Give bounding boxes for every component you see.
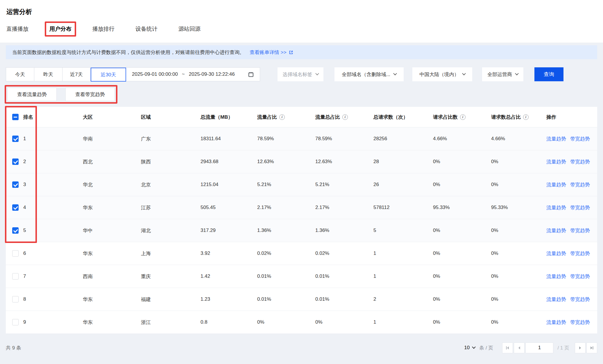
first-page-icon (505, 346, 510, 350)
page-size-unit: 条 / 页 (479, 345, 493, 351)
area-cell: 江苏 (141, 204, 201, 211)
traffic-trend-link[interactable]: 流量趋势 (546, 228, 566, 233)
info-icon[interactable]: i (342, 114, 348, 120)
row-checkbox[interactable] (12, 181, 19, 188)
select-all-checkbox[interactable] (12, 114, 19, 120)
prev-page-button[interactable] (514, 343, 525, 353)
bandwidth-trend-link[interactable]: 带宽趋势 (570, 182, 590, 188)
traffic-trend-link[interactable]: 流量趋势 (546, 159, 566, 165)
date-range-display[interactable]: 2025-09-01 00:00:00 ~ 2025-09-30 12:22:4… (126, 68, 260, 81)
row-checkbox[interactable] (12, 158, 19, 165)
region-cell: 西北 (83, 158, 141, 165)
req-pct-cell: 0% (433, 273, 491, 279)
bandwidth-trend-link[interactable]: 带宽趋势 (570, 297, 590, 302)
rank-value: 9 (23, 319, 26, 325)
domain-tag-select[interactable]: 选择域名标签 (278, 67, 323, 81)
column-label: 请求数总占比 (491, 114, 521, 120)
trend-buttons-group: 查看流量趋势 查看带宽趋势 (7, 88, 115, 101)
tab-live-playback[interactable]: 直播播放 (6, 25, 28, 33)
req-total-pct-cell: 0% (491, 182, 546, 188)
quick-range-button-1[interactable]: 今天 (6, 68, 34, 81)
domain-tag-placeholder: 选择域名标签 (283, 71, 312, 78)
tab-user-distribution[interactable]: 用户分布 (49, 25, 71, 33)
bandwidth-trend-link[interactable]: 带宽趋势 (570, 251, 590, 256)
date-separator: ~ (182, 71, 185, 77)
bandwidth-trend-link[interactable]: 带宽趋势 (570, 136, 590, 142)
date-end: 2025-09-30 12:22:46 (189, 71, 235, 77)
req-pct-cell: 0% (433, 159, 491, 165)
view-traffic-trend-button[interactable]: 查看流量趋势 (7, 88, 57, 101)
row-checkbox[interactable] (12, 204, 19, 211)
operations-cell: 流量趋势带宽趋势 (546, 296, 597, 303)
traffic-pct-cell: 12.63% (257, 159, 315, 165)
requests-cell: 28 (373, 159, 433, 165)
column-label: 总请求数（次） (373, 114, 408, 120)
traffic-trend-link[interactable]: 流量趋势 (546, 274, 566, 279)
row-checkbox[interactable] (12, 250, 19, 257)
quick-range-button-4[interactable]: 近30天 (91, 68, 126, 82)
current-page-input[interactable]: 1 (525, 343, 553, 353)
row-checkbox[interactable] (12, 273, 19, 280)
calendar-icon[interactable] (248, 71, 254, 78)
area-cell: 陕西 (141, 158, 201, 165)
area-cell: 重庆 (141, 273, 201, 280)
next-page-button[interactable] (575, 343, 586, 353)
traffic-trend-link[interactable]: 流量趋势 (546, 136, 566, 142)
column-label: 流量占比 (257, 114, 277, 120)
query-button[interactable]: 查询 (534, 67, 563, 81)
req-total-pct-cell: 0% (491, 251, 546, 256)
bandwidth-trend-link[interactable]: 带宽趋势 (570, 228, 590, 233)
traffic-trend-link[interactable]: 流量趋势 (546, 205, 566, 210)
req-pct-cell: 0% (433, 182, 491, 188)
tab-device-stats[interactable]: 设备统计 (135, 25, 158, 33)
req-total-pct-cell: 95.33% (491, 205, 546, 210)
row-checkbox[interactable] (12, 136, 19, 142)
table-row: 1华南广东18311.6478.59%78.59%282564.66%4.66%… (6, 127, 597, 150)
table-row: 3华北北京1215.045.21%5.21%260%0%流量趋势带宽趋势 (6, 173, 597, 196)
tab-origin-pull[interactable]: 源站回源 (178, 25, 201, 33)
row-checkbox[interactable] (12, 227, 19, 234)
bandwidth-trend-link[interactable]: 带宽趋势 (570, 205, 590, 210)
traffic-cell: 1.42 (201, 273, 257, 279)
area-select[interactable]: 中国大陆（境内） (412, 67, 472, 81)
last-page-button[interactable] (586, 343, 597, 353)
column-header-6: 流量总占比i (315, 114, 373, 120)
traffic-trend-link[interactable]: 流量趋势 (546, 320, 566, 325)
tab-playback-ranking[interactable]: 播放排行 (92, 25, 114, 33)
billing-details-link[interactable]: 查看账单详情 >> (250, 49, 294, 56)
filter-toolbar: 今天昨天近7天近30天 2025-09-01 00:00:00 ~ 2025-0… (6, 67, 597, 81)
isp-select[interactable]: 全部运营商 (482, 67, 523, 81)
bandwidth-trend-link[interactable]: 带宽趋势 (570, 320, 590, 325)
domain-select[interactable]: 全部域名（含删除域... (334, 67, 404, 81)
req-pct-cell: 95.33% (433, 205, 491, 210)
traffic-pct-cell: 78.59% (257, 136, 315, 142)
page-size-select[interactable]: 10 条 / 页 (464, 345, 493, 351)
quick-range-button-2[interactable]: 昨天 (34, 68, 62, 81)
rank-value: 3 (23, 182, 26, 188)
chevron-down-icon (472, 345, 476, 349)
chevron-down-icon (462, 71, 466, 75)
bandwidth-trend-link[interactable]: 带宽趋势 (570, 274, 590, 279)
first-page-button[interactable] (502, 343, 513, 353)
prev-page-icon (517, 346, 521, 350)
info-icon[interactable]: i (523, 114, 529, 120)
bandwidth-trend-link[interactable]: 带宽趋势 (570, 159, 590, 165)
traffic-pct-cell: 2.17% (257, 205, 315, 210)
rank-value: 6 (23, 251, 26, 256)
select-group: 选择域名标签 全部域名（含删除域... 中国大陆（境内） 全部运营商 查询 (278, 67, 563, 81)
traffic-cell: 317.29 (201, 228, 257, 233)
region-cell: 华南 (83, 136, 141, 142)
traffic-trend-link[interactable]: 流量趋势 (546, 251, 566, 256)
view-bandwidth-trend-button[interactable]: 查看带宽趋势 (65, 88, 115, 101)
region-cell: 华东 (83, 296, 141, 303)
quick-range-button-3[interactable]: 近7天 (62, 68, 91, 81)
region-cell: 西南 (83, 273, 141, 280)
traffic-trend-link[interactable]: 流量趋势 (546, 297, 566, 302)
pagination-bar: 共 9 条 10 条 / 页 1 / 1 页 (6, 334, 597, 362)
rank-value: 4 (23, 205, 26, 210)
row-checkbox[interactable] (12, 319, 19, 325)
row-checkbox[interactable] (12, 296, 19, 302)
info-icon[interactable]: i (279, 114, 285, 120)
traffic-trend-link[interactable]: 流量趋势 (546, 182, 566, 188)
info-icon[interactable]: i (460, 114, 466, 120)
